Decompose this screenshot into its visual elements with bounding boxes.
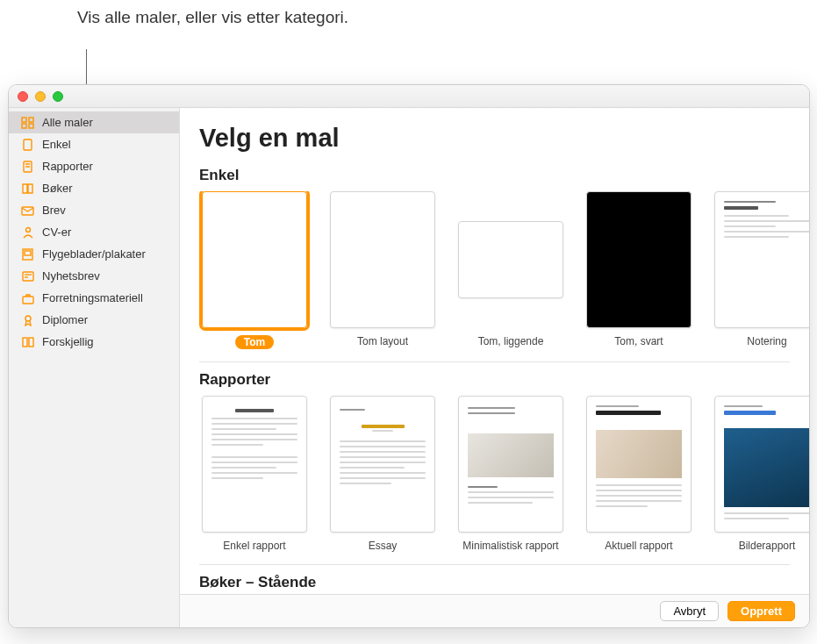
template-grid-enkel: Tom Tom layout Tom, liggende Tom, svart	[199, 191, 809, 349]
section-title-enkel: Enkel	[199, 167, 809, 184]
svg-rect-0	[22, 118, 26, 122]
sidebar-item-label: Enkel	[42, 138, 71, 151]
category-sidebar: Alle maler Enkel Rapporter Bøker Brev CV…	[9, 108, 180, 627]
ribbon-icon	[21, 314, 35, 326]
template-label: Tom layout	[357, 335, 408, 347]
sidebar-item-label: Diplomer	[42, 313, 88, 326]
template-tile-minimalistisk[interactable]: Minimalistisk rapport	[455, 396, 566, 552]
sidebar-item-rapporter[interactable]: Rapporter	[9, 155, 179, 177]
template-label: Tom	[235, 335, 274, 349]
template-label: Tom, liggende	[478, 335, 544, 347]
sidebar-item-label: Forretningsmateriell	[42, 291, 143, 304]
page-title: Velg en mal	[199, 124, 809, 153]
doc-icon	[21, 139, 35, 151]
grid-icon	[21, 117, 35, 129]
sidebar-item-label: Rapporter	[42, 160, 93, 173]
template-tile-tom[interactable]: Tom	[199, 191, 310, 349]
window-minimize-button[interactable]	[35, 91, 46, 102]
sidebar-item-boker[interactable]: Bøker	[9, 177, 179, 199]
sidebar-item-nyhetsbrev[interactable]: Nyhetsbrev	[9, 265, 179, 287]
template-tile-tom-svart[interactable]: Tom, svart	[584, 191, 694, 349]
section-title-rapporter: Rapporter	[199, 371, 809, 389]
sidebar-item-label: CV-er	[42, 225, 71, 239]
sidebar-item-label: Nyhetsbrev	[42, 269, 100, 283]
sidebar-item-cv[interactable]: CV-er	[9, 221, 179, 243]
svg-rect-2	[22, 124, 26, 128]
sidebar-item-enkel[interactable]: Enkel	[9, 133, 179, 155]
annotation-callout: Vis alle maler, eller vis etter kategori…	[77, 7, 348, 28]
template-tile-aktuell[interactable]: Aktuell rapport	[584, 396, 694, 552]
sidebar-item-forskjellig[interactable]: Forskjellig	[9, 331, 179, 353]
window-close-button[interactable]	[18, 91, 28, 102]
template-label: Essay	[369, 540, 398, 552]
template-tile-tom-liggende[interactable]: Tom, liggende	[455, 191, 566, 349]
news-icon	[21, 270, 35, 283]
briefcase-icon	[21, 292, 35, 304]
section-divider	[199, 564, 790, 565]
template-label: Notering	[747, 335, 786, 347]
main-content: Velg en mal Enkel Tom Tom layout Tom, li…	[180, 108, 809, 627]
template-thumb	[458, 396, 563, 533]
template-label: Minimalistisk rapport	[462, 540, 558, 552]
sidebar-item-label: Bøker	[42, 182, 73, 195]
sidebar-item-forretning[interactable]: Forretningsmateriell	[9, 287, 179, 309]
person-icon	[21, 226, 35, 239]
sidebar-item-flygeblader[interactable]: Flygeblader/plakater	[9, 243, 179, 265]
template-label: Aktuell rapport	[605, 540, 672, 552]
template-tile-bilderapport[interactable]: Bilderapport	[712, 396, 809, 552]
template-thumb	[458, 221, 563, 298]
cancel-button[interactable]: Avbryt	[660, 601, 719, 621]
section-divider	[199, 361, 790, 362]
svg-rect-4	[24, 140, 32, 150]
window-maximize-button[interactable]	[53, 91, 63, 102]
template-label: Bilderapport	[739, 540, 796, 552]
sidebar-item-all[interactable]: Alle maler	[9, 111, 179, 133]
sidebar-item-label: Forskjellig	[42, 335, 94, 348]
template-thumb	[202, 191, 307, 328]
template-thumb	[330, 396, 435, 533]
template-chooser-window: Alle maler Enkel Rapporter Bøker Brev CV…	[8, 84, 810, 628]
template-grid-rapporter: Enkel rapport	[199, 396, 809, 552]
template-tile-tom-layout[interactable]: Tom layout	[327, 191, 438, 349]
svg-point-16	[25, 316, 31, 321]
sidebar-item-label: Alle maler	[42, 116, 93, 129]
template-label: Tom, svart	[614, 335, 663, 347]
sidebar-item-label: Flygeblader/plakater	[42, 247, 146, 261]
svg-rect-18	[29, 338, 33, 347]
svg-rect-11	[25, 251, 31, 255]
svg-point-9	[26, 227, 31, 232]
svg-rect-12	[23, 272, 33, 281]
template-thumb	[714, 396, 809, 533]
book-icon	[21, 182, 35, 195]
template-thumb	[586, 396, 692, 533]
sidebar-item-label: Brev	[42, 204, 66, 217]
create-button[interactable]: Opprett	[727, 601, 795, 621]
template-tile-enkel-rapport[interactable]: Enkel rapport	[199, 396, 310, 552]
template-thumb	[714, 191, 809, 328]
svg-rect-17	[23, 338, 27, 347]
misc-icon	[21, 336, 35, 348]
template-thumb	[330, 191, 435, 328]
template-thumb	[586, 191, 692, 328]
template-tile-notering[interactable]: Notering	[712, 191, 809, 349]
envelope-icon	[21, 204, 35, 217]
window-titlebar	[9, 85, 809, 108]
poster-icon	[21, 248, 35, 261]
section-title-boker: Bøker – Stående	[199, 574, 809, 591]
template-tile-essay[interactable]: Essay	[327, 396, 438, 552]
svg-rect-1	[29, 118, 33, 122]
doc-icon	[21, 161, 35, 173]
template-thumb	[202, 396, 307, 533]
template-label: Enkel rapport	[223, 540, 285, 552]
dialog-footer: Avbryt Opprett	[180, 594, 809, 627]
svg-rect-3	[29, 124, 33, 128]
sidebar-item-brev[interactable]: Brev	[9, 199, 179, 221]
svg-rect-15	[23, 297, 33, 304]
sidebar-item-diplomer[interactable]: Diplomer	[9, 309, 179, 331]
